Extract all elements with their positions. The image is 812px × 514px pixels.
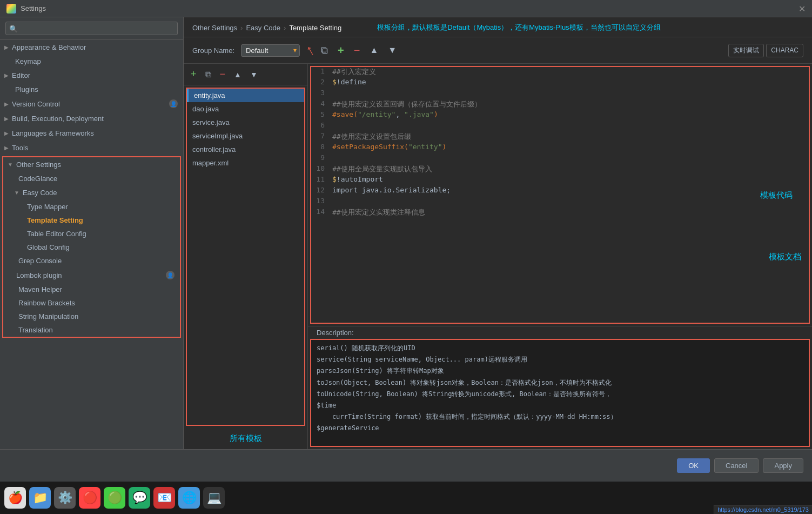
sidebar-item-editor[interactable]: ▶ Editor: [0, 68, 183, 83]
group-dropdown[interactable]: Default Mybatis-Plus: [241, 44, 300, 57]
arrow-icon: ▶: [4, 116, 9, 122]
sidebar-item-keymap[interactable]: Keymap: [0, 55, 183, 68]
remove-button[interactable]: −: [351, 43, 363, 58]
arrow-icon: ▶: [4, 130, 9, 136]
sidebar-item-label: Appearance & Behavior: [12, 43, 86, 51]
add-button[interactable]: +: [335, 43, 347, 58]
url-bar: https://blog.csdn.net/m0_5319/173: [714, 505, 812, 514]
editor-panel: 1 ##引入宏定义 2 $!define 3 4: [308, 64, 812, 449]
taskbar-icon-apple[interactable]: 🍎: [4, 487, 26, 509]
sidebar-item-template-setting[interactable]: Template Setting: [3, 213, 180, 227]
sidebar-item-table-editor-config[interactable]: Table Editor Config: [3, 227, 180, 241]
desc-line-2: service(String serviceName, Object... pa…: [317, 355, 803, 365]
other-settings-label: Other Settings: [16, 161, 61, 169]
charac-tab[interactable]: CHARAC: [766, 44, 803, 57]
file-item-controller[interactable]: controller.java: [187, 143, 304, 156]
remove-file-button[interactable]: −: [217, 67, 229, 82]
arrow-icon: ▶: [4, 44, 9, 50]
breadcrumb-sep: ›: [240, 24, 243, 32]
taskbar-icon-finder[interactable]: 📁: [29, 487, 51, 509]
code-line-1: 1 ##引入宏定义: [311, 67, 809, 78]
sidebar-item-translation[interactable]: Translation: [3, 323, 180, 337]
sidebar-item-easy-code[interactable]: ▼ Easy Code: [3, 185, 180, 200]
search-input[interactable]: [5, 22, 178, 35]
sidebar-item-build[interactable]: ▶ Build, Execution, Deployment: [0, 111, 183, 126]
code-line-13: 13: [311, 197, 809, 208]
title-bar: Settings ✕: [0, 0, 812, 17]
close-button[interactable]: ✕: [798, 3, 806, 14]
arrow-icon-open: ▼: [8, 162, 13, 168]
sidebar-item-grep-console[interactable]: Grep Console: [3, 254, 180, 268]
file-list-toolbar: + ⧉ − ▲ ▼: [184, 64, 307, 85]
sidebar-item-version-control[interactable]: ▶ Version Control 👤: [0, 96, 183, 111]
taskbar-icon-green[interactable]: 🟢: [104, 487, 125, 509]
cancel-button[interactable]: Cancel: [714, 458, 759, 473]
toolbar-row: Group Name: Default Mybatis-Plus ▾ ↑ ⧉ +…: [184, 37, 812, 64]
sidebar-item-string-manipulation[interactable]: String Manipulation: [3, 310, 180, 323]
taskbar-icon-chat[interactable]: 💬: [129, 487, 150, 509]
taskbar-icon-settings[interactable]: ⚙️: [54, 487, 76, 509]
file-item-serviceimpl[interactable]: serviceImpl.java: [187, 129, 304, 143]
sidebar: 🔍 ▶ Appearance & Behavior Keymap ▶ Edito…: [0, 17, 184, 449]
description-content[interactable]: serial() 随机获取序列化的UID service(String serv…: [310, 339, 810, 447]
sidebar-item-rainbow-brackets[interactable]: Rainbow Brackets: [3, 296, 180, 310]
sidebar-item-tools[interactable]: ▶ Tools: [0, 141, 183, 155]
group-name-label: Group Name:: [192, 46, 234, 55]
sidebar-item-lombok[interactable]: Lombok plugin 👤: [3, 268, 180, 283]
code-line-12: 12 import java.io.Serializable;: [311, 186, 809, 197]
code-line-6: 6: [311, 121, 809, 132]
code-line-7: 7 ##使用宏定义设置包后缀: [311, 132, 809, 143]
content-area: Other Settings › Easy Code › Template Se…: [184, 17, 812, 449]
code-line-14: 14 ##使用宏定义实现类注释信息: [311, 208, 809, 218]
add-file-button[interactable]: +: [188, 67, 199, 82]
sidebar-item-languages[interactable]: ▶ Languages & Frameworks: [0, 126, 183, 141]
sidebar-item-codeglance[interactable]: CodeGlance: [3, 172, 180, 185]
code-line-9: 9: [311, 153, 809, 164]
file-list-panel: + ⧉ − ▲ ▼ entity.java dao.java service.j…: [184, 64, 308, 449]
breadcrumb-annotation: 模板分组，默认模板是Default（Mybatis），还有Mybatis-Plu…: [377, 23, 660, 32]
file-item-entity[interactable]: entity.java: [187, 89, 304, 102]
desc-line-1: serial() 随机获取序列化的UID: [317, 343, 803, 353]
realtime-debug-tab[interactable]: 实时调试: [728, 44, 764, 57]
file-item-service[interactable]: service.java: [187, 116, 304, 129]
description-area: Description: serial() 随机获取序列化的UID servic…: [308, 326, 812, 449]
move-down-button[interactable]: ▼: [247, 67, 260, 82]
taskbar-icon-mail[interactable]: 📧: [153, 487, 175, 509]
bottom-bar: OK Cancel Apply: [0, 449, 812, 482]
badge-icon: 👤: [169, 99, 178, 108]
code-line-11: 11 $!autoImport: [311, 175, 809, 186]
file-item-dao[interactable]: dao.java: [187, 102, 304, 116]
code-line-5: 5 #save("/entity", ".java"): [311, 110, 809, 121]
up-button[interactable]: ▲: [367, 44, 381, 57]
copy-button[interactable]: ⧉: [318, 43, 331, 58]
breadcrumb-item-2: Easy Code: [246, 24, 280, 32]
sidebar-item-other-settings[interactable]: ▼ Other Settings: [3, 157, 180, 172]
group-dropdown-wrapper: Default Mybatis-Plus ▾: [241, 44, 300, 57]
sidebar-item-type-mapper[interactable]: Type Mapper: [3, 200, 180, 213]
sidebar-item-appearance[interactable]: ▶ Appearance & Behavior: [0, 40, 183, 55]
arrow-icon-open: ▼: [14, 190, 19, 196]
red-arrow-icon: ↑: [303, 41, 318, 60]
code-editor[interactable]: 1 ##引入宏定义 2 $!define 3 4: [310, 66, 810, 324]
down-button[interactable]: ▼: [385, 44, 399, 57]
sidebar-item-maven-helper[interactable]: Maven Helper: [3, 283, 180, 296]
move-up-button[interactable]: ▲: [231, 67, 244, 82]
sidebar-item-global-config[interactable]: Global Config: [3, 241, 180, 254]
title-bar-text: Settings: [21, 4, 46, 12]
taskbar-icon-music[interactable]: 🔴: [79, 487, 100, 509]
taskbar-icon-browser[interactable]: 🌐: [178, 487, 200, 509]
copy-file-button[interactable]: ⧉: [203, 67, 214, 82]
sidebar-item-plugins[interactable]: Plugins: [0, 83, 183, 96]
search-box: 🔍: [0, 17, 183, 40]
description-label: Description:: [308, 326, 812, 338]
search-icon: 🔍: [9, 24, 18, 32]
ok-button[interactable]: OK: [677, 458, 710, 473]
desc-line-8: $generateService: [317, 423, 803, 433]
file-item-mapper[interactable]: mapper.xml: [187, 156, 304, 170]
desc-line-4: toJson(Object, Boolean) 将对象转json对象，Boole…: [317, 378, 803, 388]
breadcrumb-item-3: Template Setting: [289, 24, 341, 32]
taskbar-icon-terminal[interactable]: 💻: [203, 487, 225, 509]
code-line-8: 8 #setPackageSuffix("entity"): [311, 143, 809, 153]
desc-line-6: $time: [317, 400, 803, 411]
apply-button[interactable]: Apply: [763, 458, 803, 473]
